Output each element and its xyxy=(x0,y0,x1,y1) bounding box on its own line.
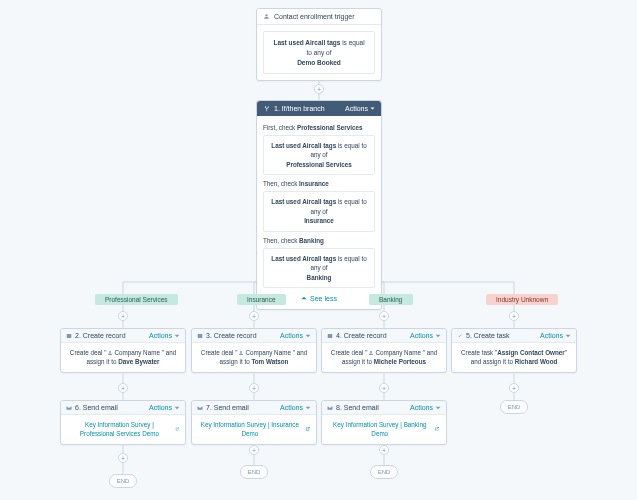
create-record-card-4[interactable]: 4. Create record Actions Create deal "Co… xyxy=(321,328,447,373)
card-body: Key Information Survey | Banking Demo xyxy=(322,415,446,444)
branch-title: 1. If/then branch xyxy=(274,105,325,112)
card-actions-menu[interactable]: Actions xyxy=(280,332,311,339)
svg-rect-14 xyxy=(198,334,203,338)
email-icon xyxy=(327,405,333,411)
svg-rect-15 xyxy=(328,334,333,338)
chevron-down-icon xyxy=(435,405,441,411)
chevron-down-icon xyxy=(174,405,180,411)
trigger-card[interactable]: Contact enrollment trigger Last used Air… xyxy=(256,8,382,81)
card-header: 3. Create record Actions xyxy=(192,329,316,343)
trigger-body: Last used Aircall tags is equal to any o… xyxy=(257,25,381,80)
create-record-card-2[interactable]: 2. Create record Actions Create deal "Co… xyxy=(60,328,186,373)
external-link-icon xyxy=(305,426,310,432)
send-email-card-7[interactable]: 7. Send email Actions Key Information Su… xyxy=(191,400,317,445)
branch-pill-professional-services: Professional Services xyxy=(95,294,178,305)
add-step-button[interactable]: + xyxy=(379,383,389,393)
add-step-button[interactable]: + xyxy=(379,445,389,455)
card-actions-menu[interactable]: Actions xyxy=(410,404,441,411)
email-template-link[interactable]: Key Information Survey | Banking Demo xyxy=(328,420,440,439)
branch-pill-banking: Banking xyxy=(369,294,413,305)
branch-icon xyxy=(263,105,270,112)
create-record-card-3[interactable]: 3. Create record Actions Create deal "Co… xyxy=(191,328,317,373)
email-icon xyxy=(197,405,203,411)
card-header: 2. Create record Actions xyxy=(61,329,185,343)
card-body: Key Information Survey | Professional Se… xyxy=(61,415,185,444)
chevron-down-icon xyxy=(370,106,375,111)
send-email-card-6[interactable]: 6. Send email Actions Key Information Su… xyxy=(60,400,186,445)
trigger-title: Contact enrollment trigger xyxy=(274,13,355,20)
card-header: 4. Create record Actions xyxy=(322,329,446,343)
chevron-up-icon xyxy=(301,295,307,301)
card-header: 8. Send email Actions xyxy=(322,401,446,415)
end-node: END xyxy=(240,465,268,479)
email-template-link[interactable]: Key Information Survey | Insurance Demo xyxy=(198,420,310,439)
chevron-down-icon xyxy=(305,405,311,411)
chevron-down-icon xyxy=(174,333,180,339)
add-step-button[interactable]: + xyxy=(249,383,259,393)
record-icon xyxy=(66,333,72,339)
card-body: Key Information Survey | Insurance Demo xyxy=(192,415,316,444)
add-step-button[interactable]: + xyxy=(118,453,128,463)
chevron-down-icon xyxy=(565,333,571,339)
record-icon xyxy=(197,333,203,339)
end-node: END xyxy=(370,465,398,479)
task-icon xyxy=(457,333,463,339)
email-icon xyxy=(66,405,72,411)
branch-actions-menu[interactable]: Actions xyxy=(345,105,375,112)
branch-header: 1. If/then branch Actions xyxy=(257,101,381,116)
svg-rect-13 xyxy=(67,334,72,338)
add-step-button[interactable]: + xyxy=(379,311,389,321)
external-link-icon xyxy=(434,426,440,432)
email-template-link[interactable]: Key Information Survey | Professional Se… xyxy=(67,420,179,439)
card-actions-menu[interactable]: Actions xyxy=(410,332,441,339)
contact-token-icon xyxy=(107,350,113,356)
chevron-down-icon xyxy=(305,333,311,339)
end-node: END xyxy=(500,400,528,414)
create-task-card-5[interactable]: 5. Create task Actions Create task "Assi… xyxy=(451,328,577,373)
add-step-button[interactable]: + xyxy=(509,311,519,321)
card-body: Create task "Assign Contact Owner" and a… xyxy=(452,343,576,372)
contact-icon xyxy=(263,13,270,20)
chevron-down-icon xyxy=(435,333,441,339)
record-icon xyxy=(327,333,333,339)
card-header: 7. Send email Actions xyxy=(192,401,316,415)
branch-pill-insurance: Insurance xyxy=(237,294,286,305)
add-step-button[interactable]: + xyxy=(509,383,519,393)
card-body: Create deal "Company Name " and assign i… xyxy=(322,343,446,372)
card-header: 6. Send email Actions xyxy=(61,401,185,415)
send-email-card-8[interactable]: 8. Send email Actions Key Information Su… xyxy=(321,400,447,445)
external-link-icon xyxy=(175,426,179,432)
add-step-button[interactable]: + xyxy=(249,445,259,455)
card-header: 5. Create task Actions xyxy=(452,329,576,343)
card-actions-menu[interactable]: Actions xyxy=(280,404,311,411)
contact-token-icon xyxy=(238,350,244,356)
trigger-header: Contact enrollment trigger xyxy=(257,9,381,25)
branch-body: First, check Professional Services Last … xyxy=(257,116,381,309)
add-step-button[interactable]: + xyxy=(118,311,128,321)
add-step-button[interactable]: + xyxy=(249,311,259,321)
branch-card[interactable]: 1. If/then branch Actions First, check P… xyxy=(256,100,382,310)
add-step-button[interactable]: + xyxy=(118,383,128,393)
branch-pill-unknown: Industry Unknown xyxy=(486,294,558,305)
card-body: Create deal "Company Name " and assign i… xyxy=(192,343,316,372)
card-actions-menu[interactable]: Actions xyxy=(540,332,571,339)
contact-token-icon xyxy=(368,350,374,356)
trigger-condition: Last used Aircall tags is equal to any o… xyxy=(263,31,375,74)
card-actions-menu[interactable]: Actions xyxy=(149,332,180,339)
end-node: END xyxy=(109,474,137,488)
card-actions-menu[interactable]: Actions xyxy=(149,404,180,411)
card-body: Create deal "Company Name " and assign i… xyxy=(61,343,185,372)
add-step-button[interactable]: + xyxy=(314,84,324,94)
